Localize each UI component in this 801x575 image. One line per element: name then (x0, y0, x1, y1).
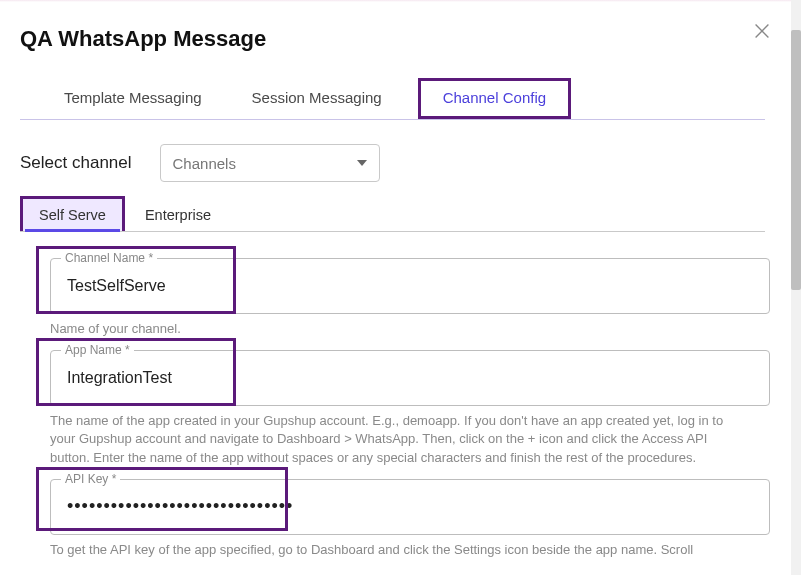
form-area: Channel Name * Name of your channel. App… (20, 232, 765, 559)
subtab-self-serve[interactable]: Self Serve (25, 201, 120, 232)
sub-tabs: Self Serve Enterprise (20, 196, 765, 232)
api-key-label: API Key * (61, 472, 120, 486)
channels-dropdown-value: Channels (173, 155, 236, 172)
channel-name-label: Channel Name * (61, 251, 157, 265)
chevron-down-icon (357, 160, 367, 166)
close-icon[interactable] (751, 20, 773, 42)
page-title: QA WhatsApp Message (20, 26, 765, 52)
channel-name-hint: Name of your channel. (50, 320, 750, 338)
field-wrap-channel-name: Channel Name * (50, 258, 765, 314)
scrollbar-track[interactable] (791, 0, 801, 575)
channel-name-input[interactable] (65, 276, 755, 296)
tab-channel-config[interactable]: Channel Config (421, 81, 568, 116)
main-tabs: Template Messaging Session Messaging Cha… (20, 78, 765, 120)
select-channel-label: Select channel (20, 153, 132, 173)
app-name-hint: The name of the app created in your Gups… (50, 412, 750, 467)
tab-session-messaging[interactable]: Session Messaging (238, 79, 396, 118)
scrollbar-thumb[interactable] (791, 30, 801, 290)
app-name-input[interactable] (65, 368, 755, 388)
highlight-channel-config: Channel Config (418, 78, 571, 119)
api-key-hint: To get the API key of the app specified,… (50, 541, 750, 559)
field-wrap-api-key: API Key * (50, 479, 765, 535)
modal-qa-whatsapp: QA WhatsApp Message Template Messaging S… (0, 2, 791, 575)
api-key-field[interactable]: API Key * (50, 479, 770, 535)
select-channel-row: Select channel Channels (20, 144, 765, 182)
app-name-field[interactable]: App Name * (50, 350, 770, 406)
highlight-self-serve: Self Serve (20, 196, 125, 231)
channel-name-field[interactable]: Channel Name * (50, 258, 770, 314)
app-name-label: App Name * (61, 343, 134, 357)
tab-template-messaging[interactable]: Template Messaging (50, 79, 216, 118)
subtab-enterprise[interactable]: Enterprise (137, 197, 219, 231)
field-wrap-app-name: App Name * (50, 350, 765, 406)
channels-dropdown[interactable]: Channels (160, 144, 380, 182)
api-key-input[interactable] (65, 495, 755, 518)
